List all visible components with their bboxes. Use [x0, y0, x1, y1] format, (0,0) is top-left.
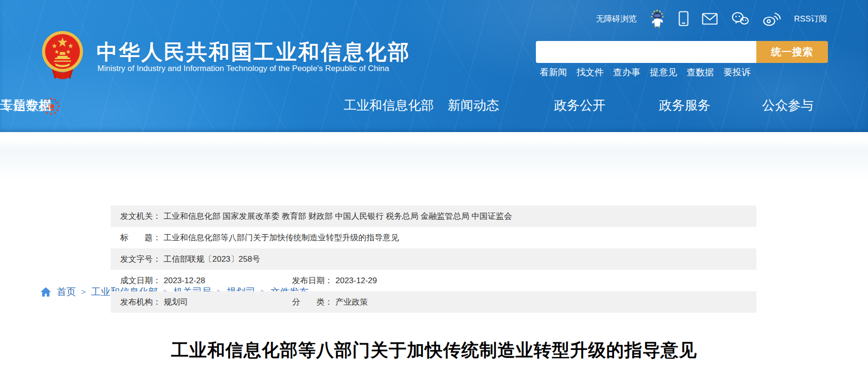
accessibility-link[interactable]: 无障碍浏览: [596, 13, 637, 24]
nav-item-miit[interactable]: 工业和信息化部: [344, 97, 434, 114]
category-label: 分 类：: [292, 297, 333, 307]
quick-link-services[interactable]: 查办事: [613, 66, 640, 79]
robot-assistant-icon[interactable]: [650, 10, 665, 28]
table-row-issuing-org: 发文机关：工业和信息化部 国家发展改革委 教育部 财政部 中国人民银行 税务总局…: [111, 205, 756, 227]
publish-date-value: 2023-12-29: [335, 276, 377, 285]
document-meta-table: 发文机关：工业和信息化部 国家发展改革委 教育部 财政部 中国人民银行 税务总局…: [111, 205, 756, 313]
home-icon[interactable]: [40, 287, 52, 297]
mail-icon[interactable]: [702, 13, 718, 25]
site-header: 无障碍浏览: [0, 0, 868, 132]
mobile-version-icon[interactable]: [679, 11, 689, 26]
publish-org-value: 规划司: [164, 297, 188, 307]
nav-item-special-topics[interactable]: 专题专栏: [0, 97, 52, 114]
site-title-en: Ministry of Industry and Information Tec…: [97, 64, 389, 73]
quick-link-news[interactable]: 看新闻: [540, 66, 567, 79]
weibo-icon[interactable]: [763, 11, 781, 26]
wechat-icon[interactable]: [731, 11, 749, 26]
nav-item-gov-disclosure[interactable]: 政务公开: [554, 97, 606, 114]
breadcrumb-separator: >: [81, 287, 86, 297]
category-value: 产业政策: [335, 297, 368, 307]
utility-bar: 无障碍浏览: [596, 10, 827, 28]
rss-link[interactable]: RSS订阅: [794, 13, 827, 24]
document-title: 工业和信息化部等八部门关于加快传统制造业转型升级的指导意见: [0, 338, 868, 362]
quick-link-complaint[interactable]: 要投诉: [723, 66, 751, 79]
written-date-value: 2023-12-28: [164, 276, 205, 285]
search-input[interactable]: [536, 41, 756, 63]
quick-link-feedback[interactable]: 提意见: [650, 66, 677, 79]
unified-search-button[interactable]: 统一搜索: [756, 41, 828, 63]
category-cell: 分 类：产业政策: [292, 291, 368, 313]
doc-title-label: 标 题：: [120, 233, 161, 242]
quick-links: 看新闻 找文件 查办事 提意见 查数据 要投诉: [540, 66, 751, 79]
breadcrumb-section: 首页 > 工业和信息化部 > 机关司局 > 规划司 > 文件发布: [0, 132, 868, 182]
written-date-label: 成文日期：: [120, 276, 161, 285]
national-emblem-logo: [41, 31, 84, 80]
nav-item-gov-services[interactable]: 政务服务: [659, 97, 711, 114]
nav-item-public-participation[interactable]: 公众参与: [762, 97, 814, 114]
publish-date-label: 发布日期：: [292, 276, 333, 285]
table-row-org-category: 发布机构：规划司 分 类：产业政策: [111, 291, 756, 313]
page: 无障碍浏览: [0, 0, 868, 369]
table-row-doc-number: 发文字号：工信部联规〔2023〕258号: [111, 248, 756, 270]
table-row-title: 标 题：工业和信息化部等八部门关于加快传统制造业转型升级的指导意见: [111, 227, 756, 248]
doc-number-value: 工信部联规〔2023〕258号: [164, 255, 260, 264]
table-row-dates: 成文日期：2023-12-28 发布日期：2023-12-29: [111, 270, 756, 291]
doc-title-value: 工业和信息化部等八部门关于加快传统制造业转型升级的指导意见: [164, 233, 399, 242]
issuing-org-label: 发文机关：: [120, 212, 161, 221]
quick-link-documents[interactable]: 找文件: [576, 66, 604, 79]
issuing-org-value: 工业和信息化部 国家发展改革委 教育部 财政部 中国人民银行 税务总局 金融监管…: [164, 212, 512, 221]
quick-link-data[interactable]: 查数据: [687, 66, 714, 79]
publish-date-cell: 发布日期：2023-12-29: [292, 270, 377, 291]
site-title-cn: 中华人民共和国工业和信息化部: [96, 38, 410, 66]
doc-number-label: 发文字号：: [120, 255, 161, 264]
breadcrumb-home[interactable]: 首页: [57, 286, 76, 298]
publish-org-label: 发布机构：: [120, 297, 161, 307]
nav-item-news[interactable]: 新闻动态: [448, 97, 499, 114]
